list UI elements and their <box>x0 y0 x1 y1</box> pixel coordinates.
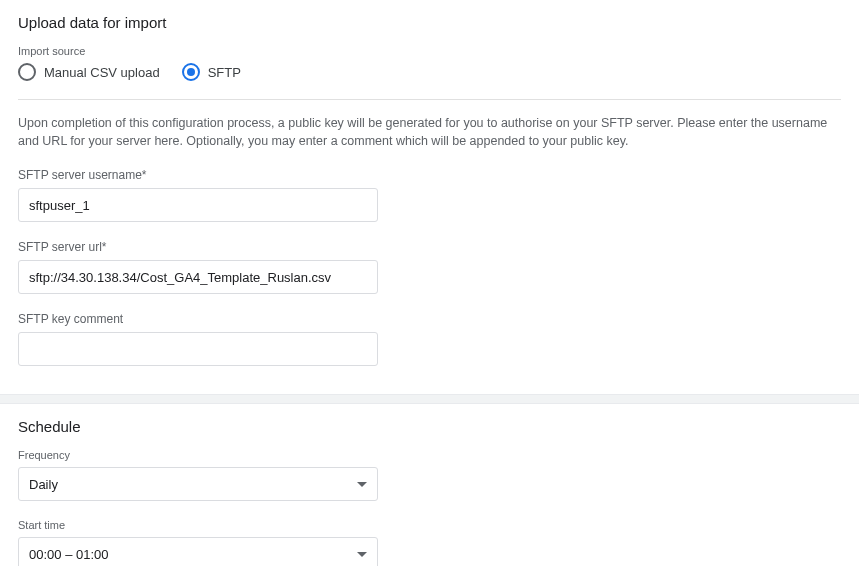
radio-checked-icon <box>182 63 200 81</box>
frequency-label: Frequency <box>18 449 841 461</box>
panel-separator <box>0 394 859 404</box>
url-label: SFTP server url* <box>18 240 841 254</box>
upload-panel: Upload data for import Import source Man… <box>0 0 859 394</box>
username-label: SFTP server username* <box>18 168 841 182</box>
divider <box>18 99 841 100</box>
url-field: SFTP server url* <box>18 240 841 294</box>
comment-field: SFTP key comment <box>18 312 841 366</box>
comment-label: SFTP key comment <box>18 312 841 326</box>
start-time-label: Start time <box>18 519 841 531</box>
username-field: SFTP server username* <box>18 168 841 222</box>
sftp-url-input[interactable] <box>18 260 378 294</box>
start-time-field: Start time 00:00 – 01:00 <box>18 519 841 566</box>
start-time-value: 00:00 – 01:00 <box>29 547 109 562</box>
sftp-description: Upon completion of this configuration pr… <box>18 114 841 150</box>
radio-sftp-label: SFTP <box>208 65 241 80</box>
import-source-radios: Manual CSV upload SFTP <box>18 63 841 81</box>
chevron-down-icon <box>357 482 367 487</box>
sftp-comment-input[interactable] <box>18 332 378 366</box>
schedule-panel: Schedule Frequency Daily Start time 00:0… <box>0 404 859 566</box>
radio-sftp[interactable]: SFTP <box>182 63 241 81</box>
radio-unchecked-icon <box>18 63 36 81</box>
schedule-title: Schedule <box>18 418 841 435</box>
frequency-value: Daily <box>29 477 58 492</box>
upload-title: Upload data for import <box>18 14 841 31</box>
sftp-username-input[interactable] <box>18 188 378 222</box>
frequency-field: Frequency Daily <box>18 449 841 501</box>
import-source-label: Import source <box>18 45 841 57</box>
start-time-select[interactable]: 00:00 – 01:00 <box>18 537 378 566</box>
chevron-down-icon <box>357 552 367 557</box>
frequency-select[interactable]: Daily <box>18 467 378 501</box>
radio-manual-csv[interactable]: Manual CSV upload <box>18 63 160 81</box>
radio-manual-label: Manual CSV upload <box>44 65 160 80</box>
